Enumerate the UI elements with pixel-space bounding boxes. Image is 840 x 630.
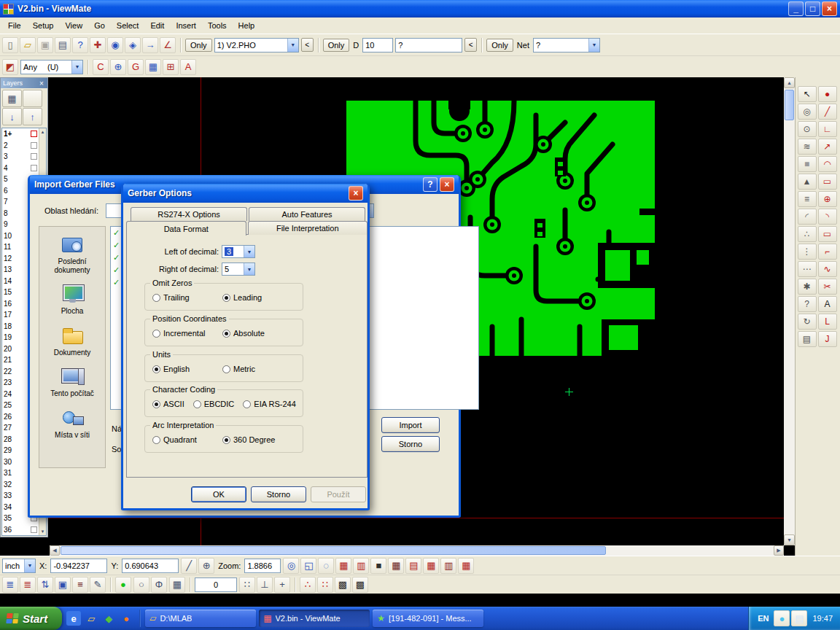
layers-panel-titlebar[interactable]: Layers × — [1, 78, 47, 88]
import-cancel-button[interactable]: Storno — [381, 436, 440, 452]
start-button[interactable]: Start — [0, 607, 62, 630]
save-icon[interactable]: ▣ — [37, 37, 53, 53]
restore-button[interactable]: □ — [805, 1, 820, 16]
help-button[interactable]: ? — [423, 177, 438, 192]
zoom-window-icon[interactable]: ◱ — [300, 558, 316, 574]
pad-grid-icon-4[interactable]: ▤ — [405, 558, 421, 574]
aperture-pattern-icon-3[interactable]: ▩ — [335, 577, 351, 593]
layer-swatch[interactable] — [31, 165, 37, 171]
select-cursor-icon[interactable]: ↖ — [798, 86, 817, 102]
anchor-icon-2[interactable]: + — [274, 577, 290, 593]
menu-select[interactable]: Select — [111, 19, 145, 32]
open-folder-icon[interactable]: ▱ — [20, 37, 36, 53]
radio-trailing[interactable]: Trailing — [152, 293, 214, 302]
layers-merge-icon[interactable]: ≡ — [72, 577, 88, 593]
vertical-scroll-thumb[interactable] — [785, 90, 794, 120]
locate-aperture-icon[interactable]: ⊕ — [110, 59, 126, 75]
chevron-down-icon[interactable]: ▼ — [588, 39, 599, 52]
radio-ebcdic[interactable]: EBCDIC — [193, 400, 235, 408]
tab-data-format[interactable]: Data Format — [126, 221, 246, 236]
menu-file[interactable]: File — [2, 19, 27, 32]
menu-edit[interactable]: Edit — [144, 19, 170, 32]
scroll-down-icon[interactable]: ▼ — [41, 528, 45, 535]
sketch-tool-icon[interactable]: ∿ — [818, 261, 837, 277]
aperture-table-icon[interactable]: ▦ — [169, 577, 185, 593]
circle-aperture-icon[interactable]: C — [93, 59, 109, 75]
layers-edit-icon[interactable]: ✎ — [90, 577, 106, 593]
pad-grid-icon-3[interactable]: ▦ — [388, 558, 404, 574]
horizontal-scroll-thumb[interactable] — [61, 546, 606, 555]
hook-tool-icon[interactable]: J — [818, 331, 837, 347]
titlebar[interactable]: V2.bin - ViewMate _ □ × — [0, 0, 840, 18]
select-rect-icon[interactable]: ▭ — [818, 226, 837, 242]
tab-rs274-x-options[interactable]: RS274-X Options — [131, 207, 247, 221]
tray-msg-icon[interactable]: ● — [774, 610, 790, 626]
layers-remove-icon[interactable]: ≣ — [20, 577, 36, 593]
desktop-quicklaunch-icon[interactable]: ◆ — [101, 611, 116, 626]
layer-swatch[interactable] — [31, 142, 37, 149]
task-v2-bin-viewmate[interactable]: ▦V2.bin - ViewMate — [259, 610, 370, 627]
task-191-482-091-mess[interactable]: ★[191-482-091] - Mess... — [373, 610, 483, 627]
layer-blank-icon[interactable] — [23, 90, 42, 107]
ok-button[interactable]: OK — [191, 486, 246, 502]
layers-copy-icon[interactable]: ▣ — [55, 577, 71, 593]
layer-swatch[interactable] — [31, 153, 37, 160]
only-layer-toggle[interactable]: Only — [185, 39, 212, 52]
arc-ccw-icon[interactable]: ◝ — [818, 209, 837, 225]
pad-tool-icon[interactable]: ● — [818, 86, 837, 102]
horizontal-scrollbar[interactable]: ◀ ▶ — [50, 545, 784, 556]
layer-row[interactable]: 1+ — [2, 128, 39, 140]
text-tool-icon[interactable]: A — [818, 296, 837, 312]
layer-up-icon[interactable]: ↑ — [23, 108, 42, 125]
layer-down-icon[interactable]: ↓ — [2, 108, 22, 125]
snip-tool-icon[interactable]: ✂ — [818, 279, 837, 295]
dots-tool-icon[interactable]: ⋮ — [798, 244, 817, 260]
only-dcode-toggle[interactable]: Only — [323, 39, 350, 52]
print-icon[interactable]: ▤ — [55, 37, 71, 53]
tab-file-interpretation[interactable]: File Interpretation — [248, 221, 368, 235]
close-button[interactable]: × — [822, 1, 837, 16]
only-net-toggle[interactable]: Only — [486, 39, 513, 52]
select-item-icon[interactable]: ◉ — [107, 37, 123, 53]
layer-row[interactable]: 3 — [2, 151, 39, 163]
radio-incremental[interactable]: Incremental — [152, 329, 214, 338]
radio-quadrant[interactable]: Quadrant — [152, 435, 214, 444]
layers-stack-icon[interactable]: ≣ — [2, 577, 18, 593]
polyline-tool-icon[interactable]: ∟ — [818, 121, 837, 137]
menu-help[interactable]: Help — [233, 19, 261, 32]
radio-eia-rs-244[interactable]: EIA RS-244 — [243, 400, 295, 408]
units-combo[interactable]: inch ▼ — [2, 559, 36, 573]
pad-dark-icon[interactable]: ■ — [370, 558, 386, 574]
ie-quicklaunch-icon[interactable]: e — [66, 611, 81, 626]
dcode-filter-field[interactable]: ? — [395, 38, 462, 52]
pad-grid-icon-6[interactable]: ▥ — [440, 558, 456, 574]
rect-tool-icon[interactable]: ▭ — [818, 174, 837, 190]
menu-setup[interactable]: Setup — [27, 19, 60, 32]
layer-grid-icon[interactable]: ▦ — [2, 90, 22, 107]
panel-tool-icon[interactable]: ▤ — [798, 331, 817, 347]
probe-icon-2[interactable]: Φ — [151, 577, 167, 593]
notch-tool-icon[interactable]: L — [818, 314, 837, 330]
chevron-down-icon[interactable]: ▼ — [71, 61, 82, 74]
probe-icon-1[interactable]: ○ — [133, 577, 149, 593]
vertical-scrollbar[interactable]: ▲ ▼ — [784, 77, 795, 545]
wheel-grid-icon[interactable]: ▦ — [145, 59, 161, 75]
aperture-text-icon[interactable]: A — [180, 59, 196, 75]
net-combo[interactable]: ? ▼ — [533, 38, 600, 52]
active-dcode-field[interactable]: 0 — [195, 578, 237, 592]
layer-row[interactable]: 2 — [2, 140, 39, 152]
layer-row[interactable]: 36 — [2, 524, 39, 536]
layer-row[interactable]: 4 — [2, 163, 39, 174]
measure-angle-icon[interactable]: ∠ — [160, 37, 176, 53]
snap-grid-icon[interactable]: ∷ — [239, 577, 255, 593]
scale-tool-icon[interactable]: ∴ — [798, 226, 817, 242]
zoom-out-icon[interactable]: ◌ — [318, 558, 334, 574]
menu-view[interactable]: View — [59, 19, 88, 32]
minimize-button[interactable]: _ — [788, 1, 804, 16]
prev-dcode-button[interactable]: < — [464, 38, 477, 52]
aperture-pattern-icon-2[interactable]: ∷ — [317, 577, 333, 593]
language-indicator[interactable]: EN — [758, 614, 769, 623]
settings-tool-icon[interactable]: ✱ — [798, 279, 817, 295]
redraw-icon[interactable]: ✚ — [90, 37, 106, 53]
layer-swatch[interactable] — [31, 526, 37, 533]
